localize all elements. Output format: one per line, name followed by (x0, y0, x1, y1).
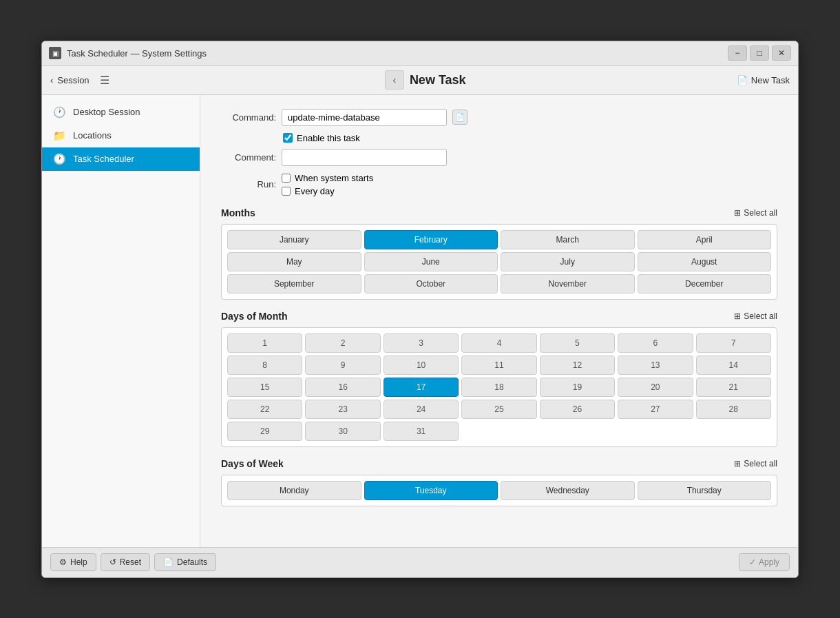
day-13[interactable]: 13 (618, 356, 693, 375)
month-january[interactable]: January (227, 230, 361, 249)
navbar: ‹ Session ☰ ‹ New Task 📄 New Task (42, 66, 798, 95)
day-18[interactable]: 18 (461, 378, 536, 397)
titlebar-controls: − □ ✕ (728, 45, 791, 61)
day-monday[interactable]: Monday (227, 481, 361, 500)
nav-back-button[interactable]: ‹ (385, 70, 404, 90)
month-june[interactable]: June (364, 252, 498, 271)
run-options: When system starts Every day (282, 173, 373, 196)
help-icon: ⚙ (59, 557, 67, 567)
months-select-all-button[interactable]: ⊞ Select all (734, 208, 777, 218)
month-august[interactable]: August (638, 252, 772, 271)
new-task-button[interactable]: 📄 New Task (737, 75, 790, 85)
day-16[interactable]: 16 (305, 378, 380, 397)
every-day-label: Every day (295, 186, 335, 196)
days-of-week-select-all-button[interactable]: ⊞ Select all (734, 459, 777, 468)
day-3[interactable]: 3 (384, 333, 459, 353)
sidebar-item-task-scheduler[interactable]: 🕐 Task Scheduler (42, 147, 200, 171)
day-30[interactable]: 30 (305, 422, 380, 441)
day-23[interactable]: 23 (305, 400, 380, 419)
session-button[interactable]: ‹ Session (50, 75, 90, 85)
command-label: Command: (221, 112, 276, 123)
day-9[interactable]: 9 (305, 356, 380, 375)
folder-icon: 📁 (53, 130, 66, 142)
when-system-starts-checkbox[interactable] (282, 174, 291, 183)
month-february[interactable]: February (364, 230, 498, 249)
sidebar-item-label: Task Scheduler (73, 154, 134, 164)
month-may[interactable]: May (227, 252, 361, 271)
command-input[interactable] (282, 109, 447, 126)
footer-left-buttons: ⚙ Help ↺ Reset 📄 Defaults (50, 553, 216, 571)
day-thursday[interactable]: Thursday (638, 481, 772, 500)
run-option-system-starts: When system starts (282, 173, 373, 183)
day-4[interactable]: 4 (461, 333, 536, 353)
days-of-week-title: Days of Week (221, 458, 284, 469)
day-22[interactable]: 22 (227, 400, 302, 419)
day-31[interactable]: 31 (384, 422, 459, 441)
day-6[interactable]: 6 (618, 333, 693, 353)
day-14[interactable]: 14 (696, 356, 771, 375)
day-10[interactable]: 10 (384, 356, 459, 375)
months-header: Months ⊞ Select all (221, 207, 777, 218)
days-of-month-title: Days of Month (221, 311, 287, 322)
sidebar-item-label: Desktop Session (73, 107, 140, 117)
help-button[interactable]: ⚙ Help (50, 553, 96, 571)
comment-label: Comment: (221, 152, 276, 163)
day-28[interactable]: 28 (696, 400, 771, 419)
sidebar: 🕐 Desktop Session 📁 Locations 🕐 Task Sch… (42, 95, 200, 547)
day-5[interactable]: 5 (540, 333, 615, 353)
day-20[interactable]: 20 (618, 378, 693, 397)
month-march[interactable]: March (501, 230, 635, 249)
day-8[interactable]: 8 (227, 356, 302, 375)
days-of-week-grid: Monday Tuesday Wednesday Thursday (221, 475, 777, 506)
days-of-month-select-all-label: Select all (744, 311, 777, 321)
browse-file-button[interactable]: 📄 (452, 110, 468, 125)
when-system-starts-label: When system starts (295, 173, 373, 183)
defaults-icon: 📄 (163, 557, 174, 567)
hamburger-button[interactable]: ☰ (95, 70, 114, 90)
day-12[interactable]: 12 (540, 356, 615, 375)
day-26[interactable]: 26 (540, 400, 615, 419)
days-of-month-grid: 1 2 3 4 5 6 7 8 9 10 11 12 13 14 15 16 1… (221, 327, 777, 447)
day-2[interactable]: 2 (305, 333, 380, 353)
month-december[interactable]: December (638, 274, 772, 293)
sidebar-item-desktop-session[interactable]: 🕐 Desktop Session (42, 101, 200, 124)
footer: ⚙ Help ↺ Reset 📄 Defaults ✓ Apply (42, 547, 798, 577)
day-29[interactable]: 29 (227, 422, 302, 441)
session-label: Session (57, 75, 89, 85)
day-wednesday[interactable]: Wednesday (501, 481, 635, 500)
defaults-button[interactable]: 📄 Defaults (154, 553, 216, 571)
months-grid: January February March April May June Ju… (221, 224, 777, 300)
day-tuesday[interactable]: Tuesday (364, 481, 498, 500)
days-of-week-header: Days of Week ⊞ Select all (221, 458, 777, 469)
month-september[interactable]: September (227, 274, 361, 293)
month-april[interactable]: April (638, 230, 772, 249)
day-11[interactable]: 11 (461, 356, 536, 375)
day-25[interactable]: 25 (461, 400, 536, 419)
command-row: Command: 📄 (221, 109, 777, 126)
day-17[interactable]: 17 (384, 378, 459, 397)
reset-button[interactable]: ↺ Reset (101, 553, 150, 571)
day-21[interactable]: 21 (696, 378, 771, 397)
enable-task-checkbox[interactable] (283, 133, 293, 143)
back-chevron-icon: ‹ (50, 75, 53, 85)
sidebar-item-locations[interactable]: 📁 Locations (42, 124, 200, 147)
main-panel: Command: 📄 Enable this task Comment: Run… (200, 95, 798, 547)
day-1[interactable]: 1 (227, 333, 302, 353)
day-19[interactable]: 19 (540, 378, 615, 397)
day-27[interactable]: 27 (618, 400, 693, 419)
select-all-icon-2: ⊞ (734, 311, 741, 321)
day-24[interactable]: 24 (384, 400, 459, 419)
comment-input[interactable] (282, 149, 447, 166)
days-of-month-select-all-button[interactable]: ⊞ Select all (734, 311, 777, 321)
month-october[interactable]: October (364, 274, 498, 293)
apply-button[interactable]: ✓ Apply (739, 553, 790, 571)
month-july[interactable]: July (501, 252, 635, 271)
month-november[interactable]: November (501, 274, 635, 293)
maximize-button[interactable]: □ (750, 45, 769, 61)
day-15[interactable]: 15 (227, 378, 302, 397)
every-day-checkbox[interactable] (282, 187, 291, 196)
close-button[interactable]: ✕ (772, 45, 791, 61)
day-7[interactable]: 7 (696, 333, 771, 353)
minimize-button[interactable]: − (728, 45, 747, 61)
clock-icon: 🕐 (53, 106, 66, 119)
